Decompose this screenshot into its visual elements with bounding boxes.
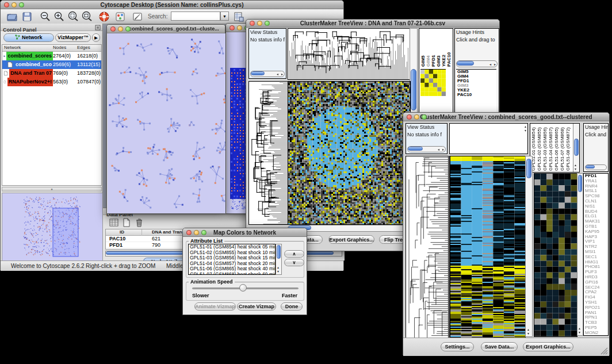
- save-icon[interactable]: [21, 11, 33, 22]
- document-icon: [3, 70, 8, 76]
- tv2-genelist-vscrollbar[interactable]: ▴▾: [577, 173, 583, 336]
- array-label[interactable]: GIM3: [437, 30, 441, 67]
- tv2-column-tree-area[interactable]: ▴▾: [449, 123, 528, 154]
- zoom-button[interactable]: [422, 114, 427, 120]
- float-panel-icon[interactable]: [95, 25, 101, 30]
- col-network[interactable]: Network: [4, 45, 21, 50]
- gene-label[interactable]: MON2: [584, 331, 608, 336]
- network-edges-value: 13112(15): [77, 60, 100, 69]
- map-colors-dialog: Map Colors to Network Attribute List GPL…: [182, 228, 307, 315]
- zoom-button[interactable]: [125, 26, 131, 32]
- dialog-titlebar[interactable]: Map Colors to Network: [183, 228, 307, 237]
- array-label[interactable]: GPL51-07 (GSM868): [560, 125, 565, 171]
- tv2-zoom-heatmap[interactable]: [534, 173, 577, 337]
- array-label[interactable]: GPL51-02 (GSM855): [537, 125, 542, 171]
- zoom-button[interactable]: [265, 21, 270, 26]
- minimize-button[interactable]: [12, 2, 17, 7]
- tv2-usage-hscrollbar[interactable]: [585, 164, 607, 170]
- array-label[interactable]: GPL51-06 (GSM865): [554, 125, 559, 171]
- close-button[interactable]: [4, 2, 9, 7]
- delete-attribute-icon[interactable]: [134, 217, 144, 228]
- move-down-button[interactable]: ∨: [284, 259, 304, 266]
- dialog-button-animate-vizmap: Animate Vizmap: [194, 302, 236, 311]
- annotation-icon[interactable]: [132, 11, 143, 22]
- tv1-global-matrix[interactable]: [420, 69, 446, 96]
- main-titlebar[interactable]: Cytoscape Desktop (Session Name: collins…: [1, 1, 343, 9]
- minimize-button[interactable]: [237, 25, 242, 30]
- tv1-status-hscrollbar[interactable]: ◂▸: [250, 71, 285, 77]
- zoom-selected-icon[interactable]: [67, 11, 79, 22]
- array-label[interactable]: YKE2: [442, 30, 446, 67]
- attribute-list-item[interactable]: GPL51-07 (GSM868) heat shock 60 min: [189, 272, 275, 275]
- zoom-out-icon[interactable]: [40, 11, 51, 22]
- tv2-button-save-data-[interactable]: Save Data...: [481, 342, 518, 351]
- zoom-in-icon[interactable]: [53, 11, 65, 22]
- tv2-status-hscrollbar[interactable]: ◂▸: [407, 146, 446, 152]
- tv1-heatmap[interactable]: [288, 81, 411, 225]
- speed-slider-thumb[interactable]: [239, 284, 247, 292]
- search-dropdown-button[interactable]: ▼: [220, 12, 229, 21]
- zoom-button[interactable]: [19, 2, 24, 7]
- close-button[interactable]: [250, 21, 255, 26]
- tv1-column-dendrogram[interactable]: [288, 28, 411, 80]
- tv1-usage-hscrollbar[interactable]: ◂▸: [456, 60, 498, 67]
- open-file-icon[interactable]: [6, 11, 18, 22]
- network-table-row[interactable]: combined_sco2569(6)13112(15): [2, 60, 101, 69]
- network-table-row[interactable]: RNAPuberNov2+!563(0)107847(0): [2, 78, 101, 86]
- network-table-row[interactable]: DNA and Tran 07769(0)183728(0): [2, 69, 101, 78]
- array-label[interactable]: GPL51-04 (GSM857): [549, 125, 553, 171]
- new-attribute-icon[interactable]: [121, 217, 132, 228]
- network-canvas-clusters[interactable]: [108, 33, 225, 213]
- zoom-fit-icon[interactable]: [81, 11, 93, 22]
- datacol-id[interactable]: ID: [120, 229, 124, 235]
- network1-titlebar[interactable]: combined_scores_good.txt--cluste...: [107, 25, 225, 33]
- array-label[interactable]: GPL51-08 (GSM872): [566, 125, 571, 171]
- help-icon[interactable]: [98, 11, 110, 22]
- close-button[interactable]: [186, 230, 192, 235]
- dialog-button-create-vizmap[interactable]: Create Vizmap: [237, 302, 276, 311]
- network-table-row[interactable]: combined_scores2764(0)16218(0): [2, 52, 101, 60]
- tab-vizmapper[interactable]: VizMapper™: [55, 33, 91, 42]
- search-input[interactable]: [171, 12, 220, 21]
- gene-label[interactable]: PAC10: [456, 93, 496, 97]
- tv2-button-export-graphics-[interactable]: Export Graphics...: [523, 342, 573, 351]
- tv1-view-status: View Status No status info f ◂▸: [248, 28, 286, 79]
- tv2-heatmap[interactable]: [449, 156, 526, 338]
- array-label[interactable]: GIM5: [421, 30, 426, 67]
- tv2-labels-vscrollbar[interactable]: ▴▾: [573, 124, 579, 172]
- close-button[interactable]: [407, 114, 412, 120]
- vizmapper-icon[interactable]: [114, 11, 126, 22]
- birdseye-view[interactable]: [2, 193, 103, 262]
- tv1-gene-dendrogram[interactable]: [248, 81, 289, 225]
- minimize-button[interactable]: [257, 21, 262, 26]
- col-nodes[interactable]: Nodes: [53, 45, 66, 50]
- tab-overflow-button[interactable]: ▶: [92, 33, 100, 42]
- tv1-button-export-graphics-[interactable]: Export Graphics...: [328, 235, 374, 244]
- zoom-button[interactable]: [201, 230, 206, 235]
- resize-grip[interactable]: [600, 347, 608, 355]
- attribute-select-icon[interactable]: [109, 217, 119, 228]
- array-label[interactable]: GIM4: [426, 30, 431, 67]
- close-button[interactable]: [110, 26, 116, 32]
- close-button[interactable]: [230, 25, 235, 30]
- treeview2-titlebar[interactable]: ClusterMaker TreeView : combined_scores_…: [403, 113, 609, 121]
- col-edges[interactable]: Edges: [77, 45, 90, 50]
- move-up-button[interactable]: ∧: [284, 250, 304, 258]
- tv2-button-settings-[interactable]: Settings...: [441, 342, 474, 351]
- tv2-usage-title: Usage Hints: [584, 124, 608, 131]
- minimize-button[interactable]: [118, 26, 123, 32]
- attribute-listbox: GPL51-01 (GSM854) heat shock 05 minGPL51…: [188, 244, 276, 275]
- minimize-button[interactable]: [414, 114, 419, 120]
- attribute-list-vscrollbar[interactable]: ▴▾: [276, 244, 282, 275]
- minimize-button[interactable]: [194, 230, 199, 235]
- tv2-heatmap-vscrollbar[interactable]: ▴▾: [525, 156, 533, 337]
- import-table-icon[interactable]: [233, 11, 244, 22]
- panel-splitter[interactable]: ●: [2, 187, 102, 191]
- array-label[interactable]: GPL51-03 (GSM856): [543, 125, 548, 171]
- tab-network[interactable]: Network: [3, 33, 54, 42]
- dialog-button-done[interactable]: Done: [281, 302, 303, 311]
- tv2-gene-dendrogram[interactable]: [406, 156, 449, 338]
- array-label[interactable]: PFD1: [431, 30, 436, 67]
- array-label[interactable]: PAC10: [447, 30, 452, 67]
- treeview1-titlebar[interactable]: ClusterMaker TreeView : DNA and Tran 07-…: [246, 20, 499, 28]
